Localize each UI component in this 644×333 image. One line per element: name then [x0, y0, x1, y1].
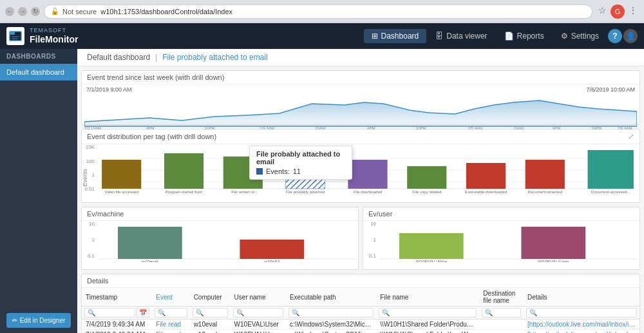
svg-text:Video file accessed: Video file accessed	[104, 190, 138, 194]
svg-text:10AM: 10AM	[315, 126, 325, 129]
ev-user-svg: W10EVAL\Alice W10EVAL\User	[380, 224, 637, 262]
chart-ev-user: Ev/user 10 1 0.1 W10EVAL\Alice	[363, 207, 640, 270]
cell-username: W10EVAL\User	[231, 319, 286, 330]
filter-dest-file[interactable]	[479, 307, 524, 319]
cell-exe-path: c:\Windows\System32\MicrosoftEdgeCP.exe	[286, 319, 376, 330]
col-username: User name	[231, 288, 286, 307]
details-table: Timestamp Event Computer User name Execu…	[82, 288, 639, 333]
filter-computer-input[interactable]	[193, 308, 228, 318]
filter-exe-input[interactable]	[289, 308, 374, 318]
cell-details[interactable]: [https://outlook.live.com/mail/inbox/id/…	[524, 330, 639, 334]
chart-start-label: 7/1/2019 9:00 AM	[84, 86, 134, 93]
star-button[interactable]: ☆	[596, 5, 608, 16]
details-header: Details	[82, 274, 639, 288]
filter-computer[interactable]	[190, 307, 231, 319]
table-header-row: Timestamp Event Computer User name Execu…	[82, 288, 639, 307]
chart-ev-machine-header: Ev/machine	[82, 207, 358, 221]
filter-timestamp-input[interactable]	[84, 308, 135, 318]
chart-distribution-body[interactable]: File probably attached to email Events: …	[82, 144, 639, 202]
svg-text:10AM: 10AM	[513, 126, 524, 129]
data-viewer-icon: 🗄	[435, 32, 443, 41]
nav-dashboard[interactable]: ⊞ Dashboard	[364, 29, 427, 43]
content-title: Default dashboard	[87, 53, 150, 62]
forward-button[interactable]: →	[18, 7, 27, 16]
charts-container: Event trend since last week (with drill …	[77, 66, 644, 333]
filter-exe-path[interactable]	[286, 307, 376, 319]
reports-icon: 📄	[504, 32, 514, 41]
chart-timeseries-body[interactable]: 7/1/2019 9:00 AM 7/6/2019 10:00 AM	[82, 84, 639, 124]
help-button[interactable]: ?	[608, 29, 622, 43]
tooltip-events-label: Events:	[266, 167, 290, 175]
svg-rect-1	[10, 32, 15, 35]
chart-ev-machine-body[interactable]: 10 1 0.1 w10eval w10x64	[82, 221, 358, 269]
chart-end-label: 7/6/2019 10:00 AM	[584, 86, 637, 93]
svg-text:7/6 4AM: 7/6 4AM	[618, 126, 632, 129]
filter-timestamp[interactable]: 📅	[82, 307, 152, 319]
cell-computer: w10eval	[190, 330, 231, 334]
tooltip-title: File probably attached to email	[256, 150, 345, 166]
menu-button[interactable]: ⋮	[627, 5, 639, 16]
content-separator: |	[155, 53, 157, 62]
filter-file-input[interactable]	[379, 308, 477, 318]
lock-icon: 🔓	[51, 8, 59, 15]
cell-details[interactable]: [https://outlook.live.com/mail/inbox/id/…	[524, 319, 639, 330]
logo-icon	[6, 27, 24, 45]
tooltip-events-value: 11	[293, 167, 301, 175]
svg-rect-21	[102, 160, 141, 189]
cell-timestamp: 7/4/2019 9:49:34 AM	[82, 319, 152, 330]
filter-file-name[interactable]	[376, 307, 479, 319]
y-axis-label: Events	[82, 169, 88, 187]
svg-rect-41	[118, 227, 182, 259]
filter-details-input[interactable]	[526, 308, 637, 318]
svg-rect-26	[348, 160, 387, 189]
calendar-icon-button[interactable]: 📅	[137, 308, 149, 318]
chart-ev-user-header: Ev/user	[363, 207, 639, 221]
browser-action-buttons: ☆ G ⋮	[596, 5, 639, 19]
distribution-svg: Video file accessed Program started from…	[99, 147, 637, 195]
col-file-name: File name	[376, 288, 479, 307]
sidebar: DASHBOARDS Default dashboard ✏ Edit in D…	[0, 49, 77, 333]
timeseries-svg: 7/3 10AM 4PM 10PM 7/4 4AM 10AM 4PM 10PM …	[84, 97, 637, 129]
bottom-charts-row: Ev/machine 10 1 0.1 w10eval	[81, 207, 640, 270]
svg-rect-29	[526, 160, 565, 189]
filter-event[interactable]	[152, 307, 189, 319]
cell-event: File read	[152, 330, 189, 334]
filter-event-input[interactable]	[155, 308, 187, 318]
expand-icon[interactable]: ⤢	[628, 132, 634, 141]
details-card: Details Timestamp Event Computer User na…	[81, 274, 640, 333]
chart-distribution: Event distribution per tag (with drill d…	[81, 129, 640, 203]
nav-links: ⊞ Dashboard 🗄 Data viewer 📄 Reports ⚙ Se…	[364, 29, 638, 43]
svg-rect-30	[588, 150, 634, 189]
cell-file-name: \\W10H1\Shared Folder\logoW8.png	[376, 330, 479, 334]
nav-settings[interactable]: ⚙ Settings	[553, 29, 607, 43]
edit-designer-button[interactable]: ✏ Edit in Designer	[6, 313, 71, 328]
chart-ev-user-title: Ev/user	[368, 210, 392, 218]
url-bar[interactable]: 🔓 Not secure w10h1:1753/dashboardControl…	[44, 5, 592, 19]
ev-machine-svg: w10eval w10x64	[99, 224, 355, 262]
chart-timeseries-title: Event trend since last week (with drill …	[87, 73, 224, 81]
filter-dest-input[interactable]	[482, 308, 521, 318]
svg-text:7/4 4AM: 7/4 4AM	[260, 126, 275, 129]
tooltip-events: Events: 11	[256, 167, 345, 175]
sidebar-item-default-dashboard[interactable]: Default dashboard	[0, 64, 77, 81]
nav-reports[interactable]: 📄 Reports	[497, 29, 552, 43]
tooltip-color-box	[256, 168, 263, 175]
chart-tooltip: File probably attached to email Events: …	[249, 146, 352, 180]
nav-data-viewer[interactable]: 🗄 Data viewer	[428, 29, 495, 43]
back-button[interactable]: ←	[5, 7, 14, 16]
svg-text:4PM: 4PM	[367, 126, 375, 129]
user-button[interactable]: 👤	[623, 29, 638, 43]
col-dest-file: Destination file name	[479, 288, 524, 307]
profile-button[interactable]: G	[611, 5, 625, 19]
filter-username-input[interactable]	[233, 308, 283, 318]
pencil-icon: ✏	[12, 317, 17, 324]
filter-username[interactable]	[231, 307, 286, 319]
cell-event: File read	[152, 319, 189, 330]
svg-rect-28	[466, 163, 506, 189]
refresh-button[interactable]: ↻	[31, 7, 40, 16]
filter-details[interactable]	[524, 307, 639, 319]
content-area: Default dashboard | File probably attach…	[77, 49, 644, 333]
chart-ev-user-body[interactable]: 10 1 0.1 W10EVAL\Alice W10EVAL\User	[363, 221, 639, 269]
content-link[interactable]: File probably attached to email	[162, 53, 267, 62]
cell-exe-path: c:\Windows\System32\MicrosoftEdgeCP.exe	[286, 330, 376, 334]
